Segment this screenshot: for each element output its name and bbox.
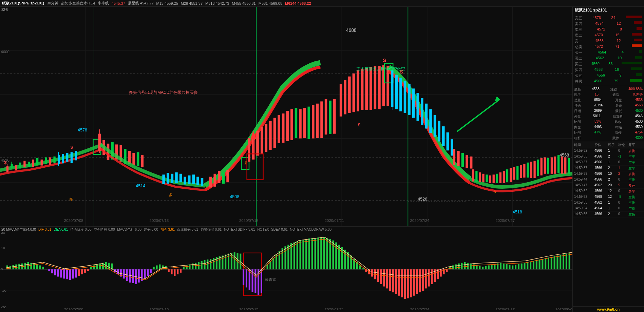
svg-rect-159 <box>523 164 525 178</box>
svg-rect-214 <box>69 269 71 280</box>
svg-rect-331 <box>413 269 415 296</box>
svg-rect-222 <box>93 265 95 269</box>
svg-rect-141 <box>470 157 473 169</box>
svg-rect-246 <box>165 266 167 269</box>
bid-row: 买五 4556 9 <box>573 73 644 79</box>
svg-text:多: 多 <box>169 193 172 197</box>
chart-label: 22天 <box>1 7 8 12</box>
svg-rect-79 <box>256 131 259 156</box>
svg-rect-210 <box>57 269 59 276</box>
svg-rect-326 <box>398 269 400 296</box>
svg-rect-52 <box>132 153 135 165</box>
svg-text:$: $ <box>358 123 360 127</box>
svg-rect-126 <box>425 104 428 129</box>
svg-rect-354 <box>482 267 484 269</box>
svg-rect-29 <box>41 160 43 166</box>
svg-rect-362 <box>506 264 508 269</box>
right-panel: 纸浆2101 sp2101 卖五 4576 24 卖四 4574 12 卖三 4… <box>573 7 644 312</box>
svg-text:4568: 4568 <box>560 153 569 158</box>
svg-rect-220 <box>87 269 89 271</box>
svg-rect-121 <box>404 81 406 113</box>
svg-rect-129 <box>438 121 440 142</box>
svg-rect-160 <box>527 163 529 178</box>
trade-row: 14:59:52 4566 12 0 多平 <box>573 189 644 194</box>
svg-rect-265 <box>222 255 223 269</box>
trade-row: 14:59:52 4568 12 -5 空换 <box>573 194 644 200</box>
total-bid-row: 总买 4560 75 <box>573 79 644 84</box>
svg-rect-364 <box>512 265 513 269</box>
svg-rect-299 <box>317 237 319 269</box>
svg-rect-257 <box>198 262 200 269</box>
svg-rect-335 <box>425 269 427 288</box>
top-bar: 纸浆2101(SNPE sp2101) 30分钟 超势多空操盘术(1,5) 牛牛… <box>0 0 644 7</box>
m313-val: M313 4542.73 <box>205 1 229 5</box>
svg-rect-217 <box>78 269 80 276</box>
svg-rect-241 <box>150 269 152 273</box>
bull-val: 牛牛线 <box>98 1 109 6</box>
svg-text:2020/07/15: 2020/07/15 <box>239 308 259 311</box>
svg-rect-346 <box>458 263 460 269</box>
ask-row: 卖四 4574 12 <box>573 21 644 27</box>
stats-section: 最新 4568 涨跌 40/0.88% 现手 15 速涨 0.04% 总量 95… <box>573 86 644 142</box>
main-chart[interactable]: 22天 4600 4520 <box>0 7 572 227</box>
svg-rect-208 <box>51 269 53 273</box>
svg-rect-168 <box>554 157 556 174</box>
svg-rect-365 <box>515 265 516 269</box>
svg-rect-291 <box>293 242 295 269</box>
svg-rect-221 <box>90 267 92 269</box>
svg-rect-361 <box>503 263 505 269</box>
svg-rect-106 <box>357 70 359 111</box>
svg-rect-375 <box>545 258 546 269</box>
chart-section: 22天 4600 4520 <box>0 7 573 312</box>
bullish-annotation: 多头信号出现与MACD红色带共振买多 <box>129 90 198 96</box>
svg-rect-145 <box>475 171 477 182</box>
macd-chart[interactable]: 20 MACD多空线(4,0,0) DIF 3.61 DEA 0.61 待仓阶段… <box>0 227 572 312</box>
svg-rect-27 <box>32 160 34 167</box>
svg-rect-298 <box>315 238 316 269</box>
svg-rect-320 <box>380 269 382 284</box>
svg-rect-86 <box>286 111 289 141</box>
svg-rect-87 <box>290 109 293 140</box>
trade-list-header: 时间 价位 现手 增仓 开平 <box>573 142 644 148</box>
svg-rect-70 <box>218 171 221 183</box>
svg-rect-55 <box>162 174 165 184</box>
svg-rect-213 <box>66 269 68 279</box>
svg-rect-171 <box>564 158 566 174</box>
svg-rect-322 <box>386 269 388 288</box>
svg-rect-369 <box>527 262 528 269</box>
svg-rect-91 <box>307 107 310 139</box>
svg-rect-153 <box>503 171 505 183</box>
order-book: 卖五 4576 24 卖四 4574 12 卖三 4572 8 卖二 4570 … <box>573 14 644 86</box>
svg-rect-328 <box>404 269 406 299</box>
bid-row: 买二 4562 10 <box>573 56 644 61</box>
svg-rect-301 <box>323 237 325 269</box>
svg-text:-20: -20 <box>1 306 7 309</box>
svg-rect-294 <box>302 240 304 269</box>
trade-list[interactable]: 14:59:32 4566 1 0 多换 14:59:35 4566 2 -1 … <box>573 148 644 306</box>
svg-rect-212 <box>63 269 65 278</box>
svg-rect-147 <box>482 174 484 182</box>
svg-text:多: 多 <box>69 197 73 201</box>
svg-rect-309 <box>347 252 349 269</box>
svg-rect-253 <box>186 265 188 269</box>
svg-rect-262 <box>213 258 214 269</box>
svg-rect-207 <box>48 269 50 271</box>
svg-rect-356 <box>488 265 490 269</box>
ask-row: 卖五 4576 24 <box>573 15 644 21</box>
svg-rect-88 <box>295 108 298 138</box>
svg-rect-131 <box>447 132 449 150</box>
svg-rect-93 <box>316 104 319 138</box>
svg-rect-314 <box>362 268 364 269</box>
svg-rect-165 <box>544 158 546 174</box>
svg-rect-377 <box>551 257 552 269</box>
svg-rect-138 <box>457 151 460 166</box>
svg-rect-372 <box>536 260 537 269</box>
svg-rect-124 <box>416 93 419 121</box>
svg-rect-169 <box>557 155 560 173</box>
svg-rect-370 <box>530 262 531 269</box>
svg-rect-317 <box>371 269 373 276</box>
svg-rect-204 <box>39 265 41 269</box>
svg-rect-166 <box>547 158 549 174</box>
svg-text:4578: 4578 <box>78 128 87 132</box>
svg-rect-209 <box>54 269 56 275</box>
